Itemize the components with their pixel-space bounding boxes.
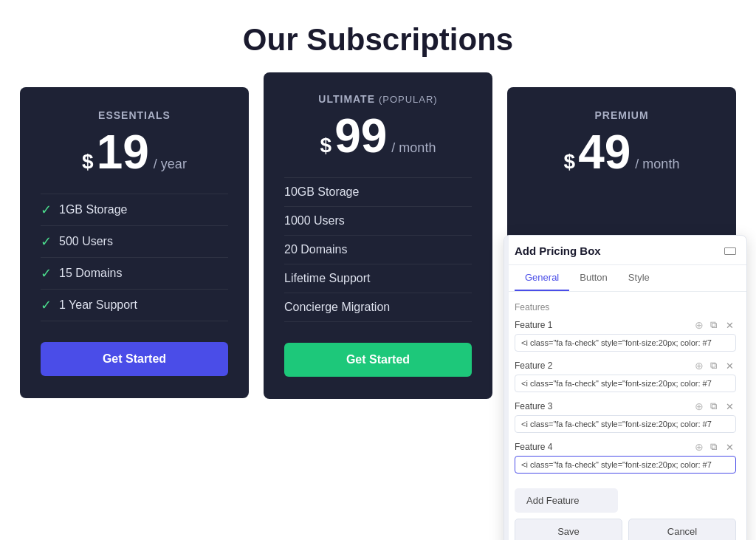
feature-text: Concierge Migration: [284, 301, 390, 314]
copy-feature-4-button[interactable]: ⧉: [708, 440, 719, 454]
feature-text: Lifetime Support: [284, 272, 371, 285]
feature-text: 1000 Users: [284, 214, 345, 228]
drag-icon[interactable]: ⊕: [695, 441, 704, 453]
feature-row-3: Feature 3 ⊕ ⧉ ✕: [515, 400, 736, 433]
feature-2-input[interactable]: [515, 375, 736, 392]
check-icon: ✓: [41, 265, 52, 281]
panel-body: Features Feature 1 ⊕ ⧉ ✕ Feature 2: [504, 292, 746, 481]
ultimate-price-row: $ 99 / month: [284, 112, 472, 160]
feature-1-input[interactable]: [515, 334, 736, 352]
feature-text: 500 Users: [59, 235, 113, 248]
premium-card-title: PREMIUM: [528, 109, 715, 121]
essentials-price-row: $ 19 / year: [41, 129, 228, 176]
copy-feature-3-button[interactable]: ⧉: [708, 400, 719, 413]
list-item: Lifetime Support: [284, 264, 472, 293]
essentials-feature-list: ✓ 1GB Storage ✓ 500 Users ✓ 15 Domains ✓…: [41, 194, 228, 321]
delete-feature-2-button[interactable]: ✕: [724, 360, 736, 372]
popular-badge: (Popular): [379, 94, 438, 105]
feature-row-2-header: Feature 2 ⊕ ⧉ ✕: [515, 359, 736, 372]
premium-price-dollar: $: [564, 150, 576, 174]
feature-text: 20 Domains: [284, 243, 347, 256]
feature-row-1-header: Feature 1 ⊕ ⧉ ✕: [515, 318, 736, 332]
essentials-price-dollar: $: [82, 150, 94, 174]
feature-4-actions: ⊕ ⧉ ✕: [695, 440, 736, 454]
essentials-card-title: ESSENTIALS: [41, 109, 228, 121]
list-item: 1000 Users: [284, 207, 472, 236]
panel-action-row: Save Cancel: [515, 519, 736, 540]
list-item: ✓ 15 Domains: [41, 258, 228, 290]
feature-2-actions: ⊕ ⧉ ✕: [695, 359, 736, 372]
tab-general[interactable]: General: [515, 265, 569, 291]
tab-button[interactable]: Button: [569, 265, 618, 291]
check-icon: ✓: [41, 202, 52, 218]
feature-row-1: Feature 1 ⊕ ⧉ ✕: [515, 318, 736, 352]
feature-text: 15 Domains: [59, 267, 122, 280]
essentials-card: ESSENTIALS $ 19 / year ✓ 1GB Storage ✓ 5…: [20, 87, 249, 398]
feature-2-label: Feature 2: [515, 360, 552, 371]
feature-3-input[interactable]: [515, 415, 736, 433]
feature-1-actions: ⊕ ⧉ ✕: [695, 318, 736, 332]
tab-style[interactable]: Style: [618, 265, 660, 291]
ultimate-cta-button[interactable]: Get Started: [284, 343, 472, 377]
feature-3-actions: ⊕ ⧉ ✕: [695, 400, 736, 413]
premium-price-amount: 49: [578, 129, 630, 176]
ultimate-price-amount: 99: [334, 112, 387, 160]
list-item: ✓ 1 Year Support: [41, 290, 228, 321]
panel-title: Add Pricing Box: [515, 245, 601, 257]
list-item: 20 Domains: [284, 236, 472, 264]
feature-text: 10GB Storage: [284, 185, 359, 199]
cancel-button[interactable]: Cancel: [628, 519, 736, 540]
feature-row-3-header: Feature 3 ⊕ ⧉ ✕: [515, 400, 736, 413]
panel-footer: Add Feature Save Cancel: [504, 481, 746, 540]
essentials-price-period: / year: [154, 157, 187, 172]
feature-text: 1GB Storage: [59, 203, 128, 216]
pricing-container: ESSENTIALS $ 19 / year ✓ 1GB Storage ✓ 5…: [16, 87, 740, 399]
delete-feature-4-button[interactable]: ✕: [724, 441, 736, 454]
feature-row-2: Feature 2 ⊕ ⧉ ✕: [515, 359, 736, 392]
list-item: Concierge Migration: [284, 293, 472, 322]
feature-row-4-header: Feature 4 ⊕ ⧉ ✕: [515, 440, 736, 454]
add-feature-button[interactable]: Add Feature: [515, 488, 618, 513]
ultimate-price-dollar: $: [320, 134, 332, 157]
page-title: Our Subscriptions: [243, 22, 513, 58]
feature-text: 1 Year Support: [59, 298, 137, 312]
ultimate-card-title: ULTIMATE (Popular): [284, 93, 472, 105]
drag-icon[interactable]: ⊕: [695, 319, 704, 331]
list-item: 10GB Storage: [284, 177, 472, 207]
minimize-icon[interactable]: [724, 247, 736, 255]
feature-4-input[interactable]: [515, 456, 736, 474]
feature-1-label: Feature 1: [515, 320, 552, 330]
ultimate-price-period: / month: [391, 140, 436, 156]
panel-section-label: Features: [515, 302, 736, 312]
ultimate-card: ULTIMATE (Popular) $ 99 / month 10GB Sto…: [264, 72, 492, 399]
panel-left-bar: [504, 236, 509, 540]
feature-row-4: Feature 4 ⊕ ⧉ ✕: [515, 440, 736, 474]
list-item: ✓ 1GB Storage: [41, 194, 228, 226]
feature-3-label: Feature 3: [515, 401, 552, 411]
premium-price-period: / month: [635, 157, 679, 172]
panel-tabs: General Button Style: [504, 265, 746, 292]
ultimate-feature-list: 10GB Storage 1000 Users 20 Domains Lifet…: [284, 177, 472, 322]
copy-feature-2-button[interactable]: ⧉: [708, 359, 719, 372]
list-item: ✓ 500 Users: [41, 226, 228, 258]
add-pricing-panel: Add Pricing Box General Button Style Fea…: [504, 235, 747, 540]
drag-icon[interactable]: ⊕: [695, 360, 704, 372]
essentials-cta-button[interactable]: Get Started: [41, 342, 228, 376]
panel-header: Add Pricing Box: [504, 236, 746, 265]
delete-feature-3-button[interactable]: ✕: [724, 400, 736, 413]
premium-price-row: $ 49 / month: [528, 129, 715, 176]
feature-4-label: Feature 4: [515, 442, 552, 452]
drag-icon[interactable]: ⊕: [695, 400, 704, 412]
check-icon: ✓: [41, 233, 52, 250]
check-icon: ✓: [41, 297, 52, 313]
copy-feature-1-button[interactable]: ⧉: [708, 318, 719, 332]
delete-feature-1-button[interactable]: ✕: [724, 319, 736, 332]
essentials-price-amount: 19: [97, 129, 149, 176]
save-button[interactable]: Save: [515, 519, 622, 540]
